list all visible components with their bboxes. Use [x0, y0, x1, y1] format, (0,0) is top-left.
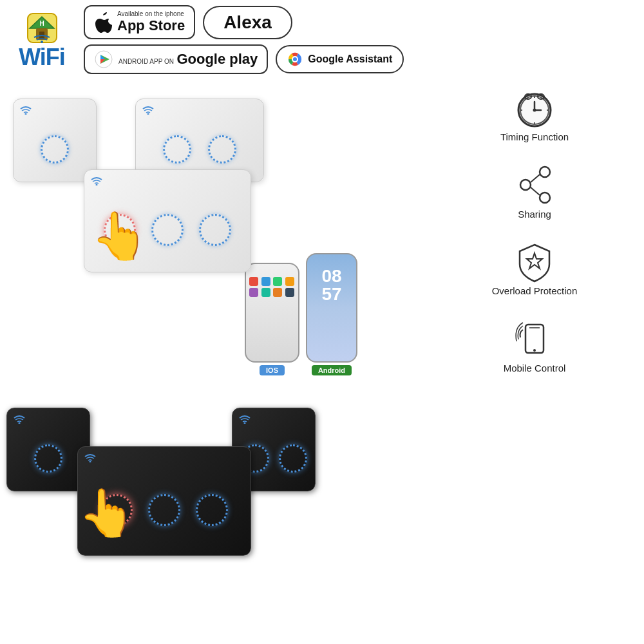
- wifi-status-white-3: [91, 176, 102, 185]
- svg-point-38: [533, 349, 536, 352]
- feature-sharing: Sharing: [438, 163, 631, 221]
- timing-label: Timing Function: [500, 131, 569, 144]
- main-content: 👆 IOS: [0, 79, 644, 620]
- google-assistant-badge[interactable]: Google Assistant: [276, 45, 404, 73]
- ios-phone: IOS: [245, 263, 299, 375]
- black-switches-group: 👆: [0, 395, 425, 620]
- google-play-text: ANDROID APP ON Google play: [118, 51, 258, 68]
- button-row-1gang-white: [20, 124, 90, 175]
- wifi-label: WiFi: [19, 46, 65, 69]
- badge-row-1: Available on the iphone App Store Alexa: [84, 5, 638, 39]
- app-store-small-text: Available on the iphone: [117, 10, 185, 17]
- switch-button-black-1[interactable]: [29, 439, 68, 478]
- platform-badges: Available on the iphone App Store Alexa: [84, 5, 638, 74]
- svg-point-26: [533, 108, 536, 111]
- switch-button-1[interactable]: [35, 130, 74, 169]
- feature-overload: Overload Protection: [438, 240, 631, 298]
- svg-point-19: [90, 461, 91, 463]
- android-label: Android: [312, 365, 352, 375]
- sharing-label: Sharing: [518, 208, 551, 221]
- shield-star-icon: [512, 240, 557, 285]
- svg-text:H: H: [39, 20, 44, 27]
- app-store-text: Available on the iphone App Store: [117, 10, 185, 34]
- switch-button-2b[interactable]: [203, 130, 242, 169]
- alexa-badge[interactable]: Alexa: [203, 6, 292, 39]
- button-row-1gang-black: [14, 433, 83, 484]
- svg-point-5: [41, 41, 43, 43]
- svg-point-31: [540, 167, 550, 177]
- switch-button-3c[interactable]: [196, 211, 234, 249]
- switch-button-2a[interactable]: [158, 130, 196, 169]
- google-play-badge[interactable]: ANDROID APP ON Google play: [84, 44, 268, 74]
- switches-area: 👆 IOS: [0, 79, 425, 620]
- switch-1gang-white: [13, 99, 97, 182]
- switch-button-black-3c[interactable]: [193, 491, 231, 529]
- svg-point-18: [244, 422, 246, 424]
- google-assistant-label: Google Assistant: [308, 53, 392, 65]
- app-store-badge[interactable]: Available on the iphone App Store: [84, 5, 195, 39]
- svg-marker-36: [527, 253, 542, 269]
- switch-button-3b[interactable]: [148, 211, 187, 249]
- feature-mobile-control: Mobile Control: [438, 317, 631, 375]
- button-row-2gang-white: [142, 124, 257, 175]
- alexa-label: Alexa: [223, 12, 272, 32]
- switch-button-black-2b[interactable]: [277, 439, 308, 478]
- home-wifi-icon: H: [24, 10, 60, 46]
- svg-point-17: [19, 422, 21, 424]
- share-icon: [512, 163, 557, 208]
- features-panel: Timing Function Sharing: [425, 79, 644, 620]
- ios-label: IOS: [260, 365, 285, 375]
- android-phone: 08 57 Android: [306, 253, 357, 375]
- switch-3gang-black: 👆: [77, 446, 251, 556]
- clock-icon: [512, 86, 557, 131]
- svg-point-15: [147, 113, 149, 115]
- svg-point-33: [540, 193, 550, 203]
- svg-point-14: [25, 113, 27, 115]
- overload-label: Overload Protection: [492, 285, 578, 298]
- google-play-small-text: ANDROID APP ON: [118, 58, 174, 65]
- app-store-main-text: App Store: [117, 17, 185, 34]
- android-phone-body: 08 57: [306, 253, 357, 363]
- phones-display: IOS 08 57 Android: [245, 253, 357, 375]
- badge-row-2: ANDROID APP ON Google play: [84, 44, 638, 74]
- switch-3gang-white: 👆: [84, 169, 251, 272]
- google-assistant-icon: [287, 52, 303, 67]
- svg-point-13: [293, 57, 297, 61]
- ios-phone-body: [245, 263, 299, 363]
- mobile-control-label: Mobile Control: [504, 362, 566, 375]
- header: H WiFi Available on the iphone App Store: [0, 0, 644, 79]
- svg-line-34: [531, 175, 540, 182]
- wifi-status-white-2: [142, 106, 154, 115]
- wifi-status-black-1: [14, 415, 25, 424]
- svg-line-35: [531, 187, 540, 195]
- switch-button-black-3b[interactable]: [145, 491, 184, 529]
- svg-point-32: [520, 180, 531, 190]
- brand-logo: H WiFi: [6, 10, 77, 69]
- wifi-status-white-1: [20, 106, 32, 115]
- feature-timing: Timing Function: [438, 86, 631, 144]
- hand-pointing-white: 👆: [91, 209, 149, 263]
- svg-rect-37: [526, 325, 544, 353]
- hand-pointing-black: 👆: [78, 486, 136, 540]
- google-play-icon: [94, 50, 113, 69]
- mobile-signal-icon: [512, 317, 557, 362]
- svg-point-16: [96, 184, 98, 186]
- wifi-status-black-3: [84, 453, 96, 462]
- ios-screen: [246, 264, 298, 300]
- google-play-main-text: Google play: [176, 51, 258, 67]
- wifi-status-black-2: [239, 415, 251, 424]
- apple-icon: [94, 12, 112, 33]
